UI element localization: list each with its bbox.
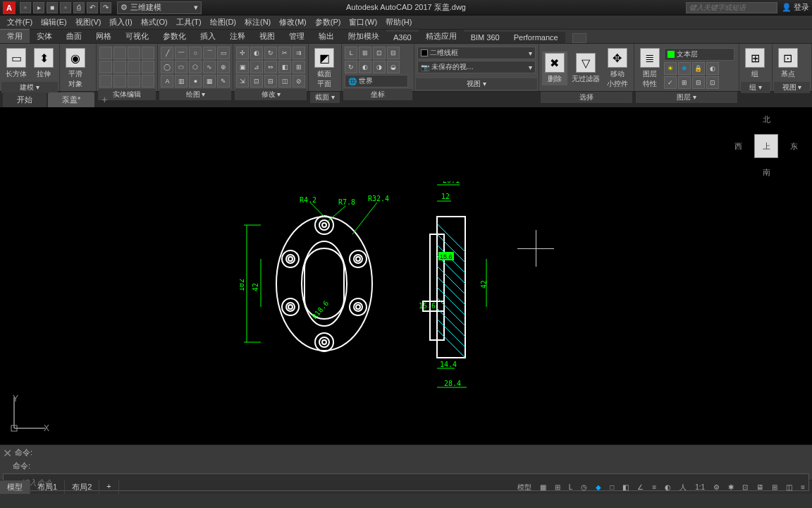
- qat-open[interactable]: ▸: [33, 2, 44, 13]
- vc-north[interactable]: 北: [763, 114, 770, 125]
- menu-format[interactable]: 格式(O): [137, 17, 172, 28]
- panel-build-title[interactable]: 建模 ▾: [1, 82, 58, 93]
- erase-button[interactable]: ✖删除: [542, 52, 567, 85]
- mod-btn-11[interactable]: ⇲: [236, 75, 249, 87]
- layout-2[interactable]: 布局2: [65, 480, 99, 494]
- mod-btn-10[interactable]: ⊞: [293, 61, 305, 73]
- doc-tab-add[interactable]: +: [96, 92, 113, 107]
- layer-btn-8[interactable]: ⊡: [706, 76, 719, 89]
- status-polar[interactable]: ◷: [578, 482, 590, 492]
- tab-mesh[interactable]: 网格: [89, 30, 118, 43]
- se-btn-2[interactable]: [113, 47, 126, 59]
- cam-toggle[interactable]: [572, 33, 586, 43]
- layer-combo[interactable]: 文本层: [664, 48, 734, 61]
- status-clean[interactable]: ◫: [783, 482, 795, 492]
- vstyle-combo[interactable]: 📷未保存的视…▾: [417, 61, 536, 73]
- draw-btn-15[interactable]: ✎: [217, 75, 230, 87]
- se-btn-7[interactable]: [128, 61, 140, 73]
- layer-btn-5[interactable]: ✓: [664, 76, 677, 89]
- se-btn-5[interactable]: [99, 61, 112, 73]
- mod-btn-9[interactable]: ◧: [278, 61, 291, 73]
- vc-south[interactable]: 南: [763, 167, 770, 178]
- doc-tab-current[interactable]: 泵盖*: [48, 92, 94, 107]
- menu-modify[interactable]: 修改(M): [275, 17, 311, 28]
- qat-undo[interactable]: ↶: [87, 2, 98, 13]
- qat-save[interactable]: ■: [47, 2, 58, 13]
- se-btn-6[interactable]: [113, 61, 126, 73]
- tab-view[interactable]: 视图: [252, 30, 282, 43]
- group-button[interactable]: ⊞组: [742, 47, 768, 80]
- se-btn-3[interactable]: [128, 47, 140, 59]
- section-button[interactable]: ◩截面 平面: [312, 47, 337, 90]
- tab-featured[interactable]: 精选应用: [419, 30, 464, 43]
- ucs-btn-2[interactable]: ⊞: [359, 47, 371, 59]
- tab-manage[interactable]: 管理: [282, 30, 312, 43]
- status-iso[interactable]: ◆: [593, 482, 604, 492]
- draw-btn-1[interactable]: ╱: [161, 47, 173, 59]
- tab-performance[interactable]: Performance: [507, 32, 565, 43]
- layer-btn-7[interactable]: ⊟: [692, 76, 705, 89]
- tab-home[interactable]: 常用: [0, 29, 30, 43]
- se-btn-4[interactable]: [142, 47, 154, 59]
- ucs-btn-1[interactable]: L: [345, 47, 357, 59]
- se-btn-11[interactable]: [128, 75, 140, 87]
- status-lwt[interactable]: ≡: [649, 482, 659, 492]
- nofilter-button[interactable]: ▽无过滤器: [569, 52, 603, 85]
- vc-west[interactable]: 西: [734, 141, 742, 152]
- qat-redo[interactable]: ↷: [100, 2, 111, 13]
- panel-select-title[interactable]: 选择: [541, 92, 632, 103]
- status-monitor[interactable]: 🖥: [753, 482, 766, 492]
- status-custom[interactable]: ≡: [798, 482, 808, 492]
- mod-btn-15[interactable]: ⊘: [293, 75, 305, 87]
- layer-btn-2[interactable]: ❄: [678, 62, 691, 75]
- status-gear[interactable]: ⚙: [710, 482, 722, 492]
- draw-btn-4[interactable]: ⌒: [203, 47, 216, 59]
- draw-btn-2[interactable]: 〰: [175, 47, 187, 59]
- draw-btn-8[interactable]: ⬡: [189, 61, 202, 73]
- status-transparency[interactable]: ◐: [662, 482, 674, 492]
- menu-window[interactable]: 窗口(W): [345, 17, 381, 28]
- menu-param[interactable]: 参数(P): [311, 17, 345, 28]
- mod-btn-1[interactable]: ✢: [236, 47, 249, 59]
- tab-addins[interactable]: 附加模块: [341, 30, 386, 43]
- se-btn-12[interactable]: [142, 75, 154, 87]
- baseview-button[interactable]: ⊡基点: [775, 47, 801, 80]
- draw-btn-7[interactable]: ⬭: [175, 61, 187, 73]
- draw-btn-11[interactable]: A: [161, 75, 173, 87]
- vc-east[interactable]: 东: [790, 141, 798, 152]
- search-input[interactable]: [686, 2, 777, 13]
- workspace-selector[interactable]: ⚙ 三维建模 ▾: [117, 1, 202, 14]
- tab-output[interactable]: 输出: [312, 30, 341, 43]
- linetype-combo[interactable]: 二维线框▾: [417, 47, 536, 59]
- status-grid[interactable]: ▦: [537, 482, 549, 492]
- layout-1[interactable]: 布局1: [30, 480, 65, 494]
- mod-btn-2[interactable]: ◐: [250, 47, 263, 59]
- viewcube[interactable]: 北 南 东 西 上: [734, 114, 798, 178]
- layout-model[interactable]: 模型: [0, 480, 30, 494]
- layer-btn-4[interactable]: ◐: [706, 62, 719, 75]
- qat-plot[interactable]: ⎙: [73, 2, 85, 13]
- mod-btn-5[interactable]: ⇉: [293, 47, 305, 59]
- layer-btn-3[interactable]: 🔒: [692, 62, 705, 75]
- mod-btn-8[interactable]: ⇔: [264, 61, 277, 73]
- qat-new[interactable]: ▫: [20, 2, 31, 13]
- menu-tools[interactable]: 工具(T): [172, 17, 206, 28]
- status-snap[interactable]: ⊞: [552, 482, 563, 492]
- draw-btn-14[interactable]: ▦: [203, 75, 216, 87]
- mod-btn-14[interactable]: ◫: [278, 75, 291, 87]
- mod-btn-6[interactable]: ▣: [236, 61, 249, 73]
- status-ortho[interactable]: L: [566, 482, 576, 492]
- ucs-btn-5[interactable]: ↻: [345, 61, 357, 73]
- mod-btn-7[interactable]: ⊿: [250, 61, 263, 73]
- status-cycle[interactable]: 人: [677, 481, 689, 494]
- layout-add[interactable]: +: [99, 480, 118, 494]
- mod-btn-3[interactable]: ↻: [264, 47, 277, 59]
- se-btn-9[interactable]: [99, 75, 112, 87]
- se-btn-8[interactable]: [142, 61, 154, 73]
- panel-draw-title[interactable]: 绘图 ▾: [159, 89, 231, 100]
- tab-annotate[interactable]: 注释: [223, 30, 252, 43]
- vc-top[interactable]: 上: [754, 134, 778, 158]
- panel-view-title[interactable]: 视图 ▾: [416, 78, 537, 90]
- extrude-button[interactable]: ⬍拉伸: [31, 47, 56, 80]
- menu-draw[interactable]: 绘图(D): [206, 17, 240, 28]
